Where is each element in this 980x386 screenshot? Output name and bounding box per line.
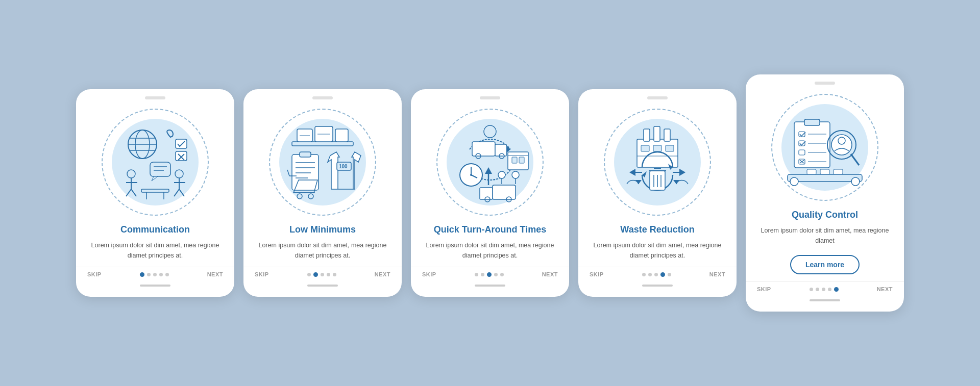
next-label-3[interactable]: NEXT [542,271,558,277]
bottom-bar-5 [810,299,840,301]
svg-point-45 [484,125,496,138]
dot-4-0 [642,273,646,276]
svg-rect-53 [512,157,517,163]
next-label-2[interactable]: NEXT [375,271,390,277]
svg-rect-54 [519,157,524,163]
dots-1 [140,272,169,277]
card-communication-body: Lorem ipsum dolor sit dim amet, mea regi… [76,241,234,261]
card-communication: Communication Lorem ipsum dolor sit dim … [76,89,234,297]
dots-3 [475,272,504,277]
svg-rect-98 [799,150,805,155]
bottom-bar-4 [642,285,673,287]
svg-rect-49 [495,144,506,156]
skip-label-5[interactable]: SKIP [757,286,771,292]
svg-rect-73 [664,129,670,141]
dot-1-3 [159,273,163,276]
skip-label-1[interactable]: SKIP [87,271,102,277]
learn-more-button[interactable]: Learn more [790,255,860,274]
svg-point-105 [831,135,852,155]
svg-rect-74 [641,145,649,151]
card-quick-turnaround-title: Quick Turn-Around Times [434,224,546,236]
card-quick-turnaround: Quick Turn-Around Times Lorem ipsum dolo… [411,89,569,297]
card-waste-reduction-title: Waste Reduction [620,224,694,236]
dots-2 [307,272,336,277]
svg-line-16 [126,189,131,196]
card-waste-reduction: Waste Reduction Lorem ipsum dolor sit di… [578,89,737,297]
svg-rect-48 [472,142,495,156]
illustration-low-minimums: 100 [264,109,381,216]
svg-point-110 [851,177,860,186]
illustration-quick-turnaround [431,109,549,216]
dot-2-3 [327,273,330,276]
dot-2-1 [313,272,318,277]
dot-3-0 [475,273,478,276]
svg-point-41 [297,194,302,199]
dot-3-3 [494,273,498,276]
card-quality-control-title: Quality Control [792,209,858,221]
svg-rect-26 [292,142,353,146]
dot-4-3 [660,272,665,277]
skip-label-4[interactable]: SKIP [590,271,604,277]
dot-2-2 [321,273,324,276]
svg-marker-61 [485,167,492,174]
svg-rect-111 [807,169,816,174]
dot-1-2 [153,273,157,276]
svg-rect-29 [335,129,348,142]
illustration-quality-control [766,94,884,201]
dot-5-3 [828,288,831,291]
dot-5-4 [834,287,839,292]
next-label-5[interactable]: NEXT [877,286,893,292]
svg-rect-76 [666,145,674,151]
dots-4 [642,272,671,277]
illustration-waste-reduction [599,109,716,216]
skip-label-3[interactable]: SKIP [422,271,436,277]
svg-point-109 [790,177,798,186]
svg-point-62 [498,171,505,178]
next-label-4[interactable]: NEXT [709,271,725,277]
skip-label-2[interactable]: SKIP [255,271,269,277]
svg-rect-5 [176,139,187,148]
svg-line-17 [131,189,136,196]
svg-rect-33 [300,152,311,157]
dot-4-4 [668,273,671,276]
svg-rect-113 [834,169,843,174]
dot-3-4 [500,273,504,276]
card-quick-turnaround-body: Lorem ipsum dolor sit dim amet, mea regi… [411,241,569,261]
dot-4-1 [648,273,652,276]
svg-point-13 [127,170,135,178]
card-quality-control-nav: SKIP NEXT [746,281,904,292]
dot-2-0 [307,273,311,276]
dot-4-2 [654,273,658,276]
svg-rect-71 [644,129,650,141]
card-quality-control-body: Lorem ipsum dolor sit dim amet, mea regi… [746,226,904,246]
dot-1-0 [140,272,144,277]
illustration-communication [96,109,214,216]
svg-rect-23 [141,189,169,192]
dots-5 [810,287,839,292]
next-label-1[interactable]: NEXT [207,271,223,277]
dot-2-4 [333,273,336,276]
bottom-bar-2 [307,285,338,287]
svg-text:100: 100 [339,164,348,169]
svg-rect-75 [653,145,662,151]
svg-rect-72 [654,126,660,141]
card-quality-control: Quality Control Lorem ipsum dolor sit di… [746,74,904,312]
svg-rect-112 [820,169,829,174]
bottom-bar-1 [140,285,170,287]
svg-line-44 [287,170,289,176]
svg-marker-90 [635,180,642,184]
bottom-bar-3 [475,285,505,287]
svg-rect-9 [150,162,170,176]
card-communication-title: Communication [120,224,190,236]
svg-line-22 [179,189,184,196]
svg-marker-88 [679,169,685,176]
dot-3-1 [481,273,484,276]
dot-1-4 [165,273,169,276]
dot-5-2 [822,288,825,291]
card-waste-reduction-nav: SKIP NEXT [578,267,737,277]
card-communication-nav: SKIP NEXT [76,267,234,277]
svg-rect-93 [804,119,820,125]
svg-point-18 [175,170,183,178]
svg-rect-108 [788,174,862,182]
svg-line-21 [174,189,179,196]
